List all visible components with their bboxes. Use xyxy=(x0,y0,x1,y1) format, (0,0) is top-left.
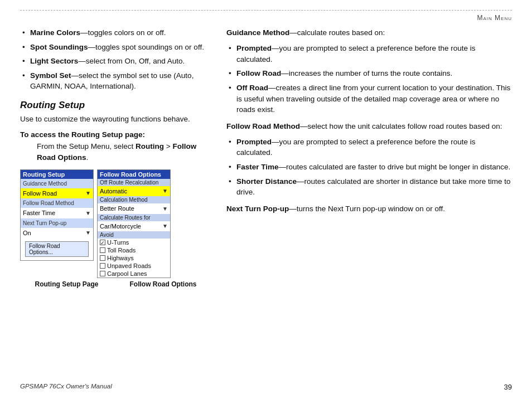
access-heading: To access the Routing Setup page: xyxy=(20,130,210,139)
screen2-checkbox-highways: Highways xyxy=(98,254,170,262)
screen1-row-label3: Next Turn Pop-up xyxy=(21,218,93,228)
list-item: Spot Soundings—toggles spot soundings on… xyxy=(20,42,210,53)
routing-setup-body: Use to customize the wayrouting function… xyxy=(20,114,210,125)
list-item: Off Road—creates a direct line from your… xyxy=(226,82,512,115)
header-rule xyxy=(20,10,512,11)
next-turn-popup: Next Turn Pop-up—turns the Next Turn pop… xyxy=(226,203,512,215)
screen2-section3: Calculate Routes for xyxy=(98,214,170,221)
screen1-title: Routing Setup xyxy=(21,170,93,179)
screen1-row-label1: Guidance Method xyxy=(21,179,93,188)
list-item: Marine Colors—toggles colors on or off. xyxy=(20,27,210,38)
screen2-checkbox-toll: Toll Roads xyxy=(98,246,170,254)
footer-manual: GPSMAP 76Cx Owner's Manual xyxy=(20,383,112,391)
screen2-row-automatic: Automatic▼ xyxy=(98,186,170,197)
routing-setup-screen: Routing Setup Guidance Method Follow Roa… xyxy=(20,169,94,261)
two-column-layout: Marine Colors—toggles colors on or off. … xyxy=(20,27,512,294)
guidance-bullets: Prompted—you are prompted to select a pr… xyxy=(226,43,512,115)
follow-road-options-button[interactable]: Follow Road Options... xyxy=(25,241,89,257)
list-item: Prompted—you are prompted to select a pr… xyxy=(226,137,512,158)
screen1-row-label2: Follow Road Method xyxy=(21,198,93,208)
screen2-checkbox-unpaved: Unpaved Roads xyxy=(98,262,170,270)
screen2-checkbox-carpool: Carpool Lanes xyxy=(98,270,170,278)
footer-page: 39 xyxy=(504,383,512,391)
uturns-checkbox xyxy=(100,240,105,245)
screen2-title: Follow Road Options xyxy=(98,170,170,179)
guidance-method-intro: Guidance Method—calculate routes based o… xyxy=(226,27,512,38)
follow-road-options-screen: Follow Road Options Off Route Recalculat… xyxy=(97,169,171,279)
right-column: Guidance Method—calculate routes based o… xyxy=(226,27,512,294)
caption1: Routing Setup Page xyxy=(20,280,113,288)
captions-row: Routing Setup Page Follow Road Options xyxy=(20,280,210,288)
screen2-checkbox-uturns: U-Turns xyxy=(98,239,170,246)
unpaved-checkbox xyxy=(100,263,105,269)
list-item: Faster Time—routes calculated are faster… xyxy=(226,162,512,173)
screen1-row-on: On▼ xyxy=(21,228,93,239)
screen2-row-better-route: Better Route▼ xyxy=(98,203,170,214)
main-menu-label: Main Menu xyxy=(20,14,512,22)
access-body: From the Setup Menu, select Routing > Fo… xyxy=(20,141,210,164)
list-item: Light Sectors—select from On, Off, and A… xyxy=(20,56,210,67)
toll-checkbox xyxy=(100,247,105,253)
follow-road-bullets: Prompted—you are prompted to select a pr… xyxy=(226,137,512,198)
screen1-row-follow-road: Follow Road▼ xyxy=(21,188,93,199)
highways-checkbox xyxy=(100,255,105,261)
list-item: Prompted—you are prompted to select a pr… xyxy=(226,43,512,65)
footer: GPSMAP 76Cx Owner's Manual 39 xyxy=(20,383,512,391)
left-column: Marine Colors—toggles colors on or off. … xyxy=(20,27,210,294)
list-item: Symbol Set—select the symbol set to use … xyxy=(20,70,210,92)
screen2-section2: Calculation Method xyxy=(98,196,170,203)
follow-road-method-intro: Follow Road Method—select how the unit c… xyxy=(226,121,512,132)
page: Main Menu Marine Colors—toggles colors o… xyxy=(0,0,532,399)
screen2-section1: Off Route Recalculation xyxy=(98,179,170,186)
routing-setup-heading: Routing Setup xyxy=(20,100,210,111)
caption2: Follow Road Options xyxy=(117,280,210,288)
carpool-checkbox xyxy=(100,271,105,276)
screen2-row-car: Car/Motorcycle▼ xyxy=(98,221,170,232)
list-item: Shorter Distance—routes calculated are s… xyxy=(226,176,512,198)
screen2-section4: Avoid xyxy=(98,231,170,239)
screen1-row-faster-time: Faster Time▼ xyxy=(21,208,93,218)
list-item: Follow Road—increases the number of turn… xyxy=(226,68,512,79)
intro-bullets: Marine Colors—toggles colors on or off. … xyxy=(20,27,210,92)
screenshots-container: Routing Setup Guidance Method Follow Roa… xyxy=(20,169,210,279)
